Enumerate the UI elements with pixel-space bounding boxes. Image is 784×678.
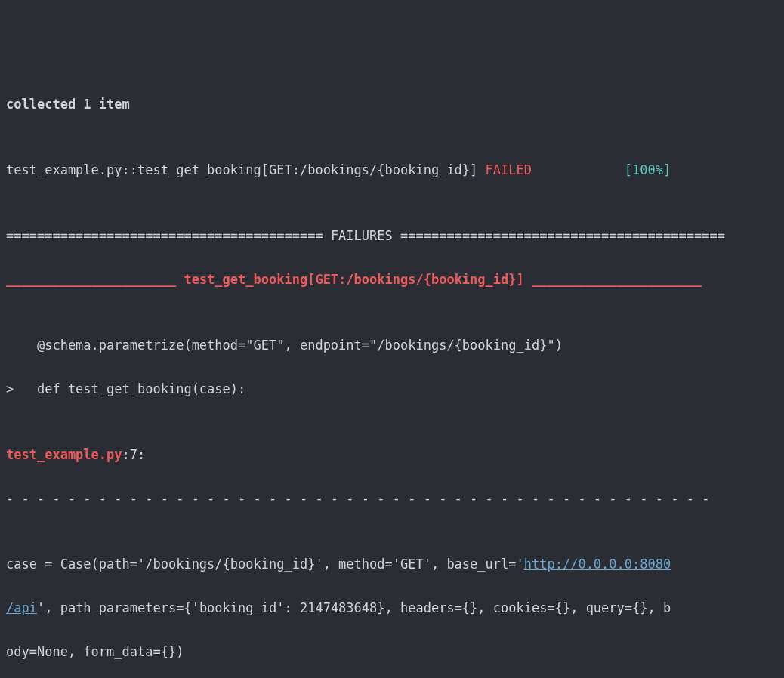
progress-pct: [100%] [625, 162, 671, 177]
pad [532, 162, 625, 177]
dashed-sep: - - - - - - - - - - - - - - - - - - - - … [6, 488, 778, 510]
loc-file: test_example.py [6, 447, 122, 462]
url-link[interactable]: /api [6, 600, 37, 615]
src-line: > def test_get_booking(case): [6, 378, 778, 400]
case-rest: ', path_parameters={'booking_id': 214748… [37, 600, 671, 615]
failures-right: ========================================… [393, 228, 725, 243]
failures-mid: FAILURES [331, 228, 393, 243]
collected-text: collected 1 item [6, 97, 130, 112]
case-pre: case = Case(path='/bookings/{booking_id}… [6, 556, 524, 572]
status-failed: FAILED [486, 162, 532, 177]
test-file: test_example.py::test_get_booking[GET:/b… [6, 162, 486, 177]
failtest-left: ______________________ [6, 272, 184, 287]
case-rest: ody=None, form_data={}) [6, 641, 778, 663]
failtest-mid: test_get_booking[GET:/bookings/{booking_… [184, 272, 523, 287]
failures-left: ========================================… [6, 228, 331, 243]
url-link[interactable]: http://0.0.0.0:8080 [524, 556, 671, 572]
loc-ln: :7: [122, 447, 146, 462]
failtest-right: ______________________ [524, 272, 702, 287]
src-line: @schema.parametrize(method="GET", endpoi… [6, 334, 778, 356]
